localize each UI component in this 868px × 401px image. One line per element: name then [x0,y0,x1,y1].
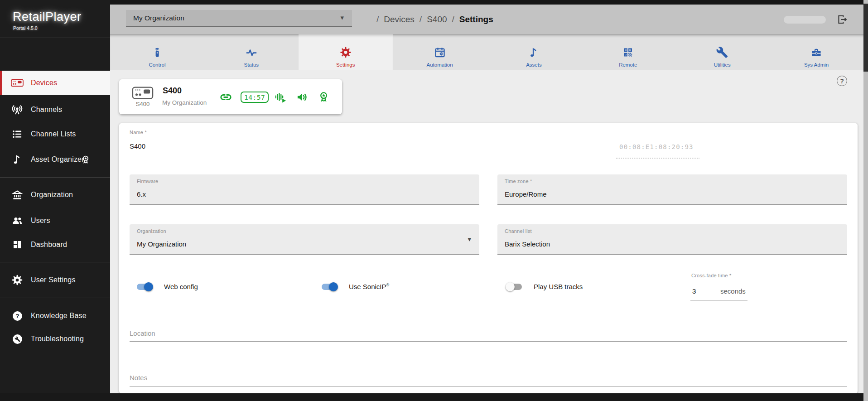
device-settings-form: Name * S400 00:08:E1:08:20:93 Firmware 6… [119,123,858,393]
divider [0,298,110,298]
sidebar-item-label: Asset Organizer [31,155,84,164]
sidebar-item-label: Dashboard [31,241,67,249]
breadcrumb-separator: / [452,14,454,24]
device-player-icon [11,77,24,89]
bank-icon [11,188,24,201]
tab-remote[interactable]: Remote [581,34,675,70]
wrench-circle-icon [11,333,24,345]
tab-label: Control [110,62,204,68]
help-circle-icon: ? [11,309,24,322]
sonicip-toggle-label: Use SonicIP® [349,283,389,290]
automation-calendar-icon [434,46,446,58]
crossfade-input[interactable]: 3 [692,287,696,295]
play-usb-toggle[interactable] [506,282,523,291]
sidebar-item-organization[interactable]: Organization [0,183,110,207]
channel-list-icon [11,128,24,140]
dashboard-icon [11,238,24,251]
gear-icon [11,274,24,286]
web-config-toggle[interactable] [136,282,153,291]
sidebar-item-channel-lists[interactable]: Channel Lists [0,122,110,146]
sidebar-item-label: Organization [31,191,73,199]
certificate-badge-icon [318,91,330,103]
question-mark-icon: ? [840,77,844,85]
audio-playing-icon [275,91,287,103]
firmware-label: Firmware [137,179,158,184]
channel-list-value: Barix Selection [505,240,550,248]
logout-button[interactable] [836,13,849,26]
toolbox-icon [810,46,823,58]
certificate-badge-icon [81,155,91,164]
sidebar-item-troubleshooting[interactable]: Troubleshooting [0,327,110,351]
channel-list-field[interactable]: Channel list Barix Selection [497,224,847,255]
tab-utilities[interactable]: Utilities [675,34,769,70]
name-input[interactable]: S400 [130,142,145,150]
pulse-icon [245,46,257,58]
speaker-icon [296,91,308,103]
scrollbar-thumb[interactable] [863,4,868,72]
music-note-icon [11,153,24,166]
breadcrumb-separator: / [376,14,379,24]
mac-address-field: 00:08:E1:08:20:93 [619,143,694,150]
breadcrumb-item-device[interactable]: S400 [427,14,447,24]
sidebar-item-label: Troubleshooting [31,335,84,343]
organization-selector-value: My Organization [133,14,184,22]
sidebar-item-dashboard[interactable]: Dashboard [0,232,110,257]
sidebar-item-user-settings[interactable]: User Settings [0,268,110,292]
sidebar-item-label: Users [31,217,50,225]
sonicip-label-text: Use SonicIP [349,283,386,290]
divider [0,177,110,178]
help-button[interactable]: ? [837,76,847,86]
name-field-label: Name * [130,130,147,135]
toggle-knob [144,282,153,291]
timezone-value: Europe/Rome [505,190,547,198]
crossfade-underline [690,300,747,300]
device-tab-strip: Control Status Settings Automation Asset… [110,34,863,70]
tab-label: Assets [487,62,581,68]
page-scrollbar[interactable] [863,0,868,401]
tab-automation[interactable]: Automation [393,34,487,70]
timezone-field[interactable]: Time zone * Europe/Rome [497,174,847,205]
portal-version: Portal 4.5.0 [13,25,38,31]
organization-selector[interactable]: My Organization ▾ [126,10,352,27]
bottom-edge [0,393,868,401]
music-note-icon [528,46,540,58]
sidebar-item-asset-organizer[interactable]: Asset Organizer [0,147,110,172]
sidebar-item-users[interactable]: Users [0,208,110,233]
sidebar-item-label: Knowledge Base [31,312,87,320]
user-name-pill [784,16,826,24]
breadcrumb: / Devices / S400 / Settings [371,5,493,34]
location-input[interactable]: Location [130,329,155,337]
timezone-label: Time zone * [505,179,532,184]
breadcrumb-separator: / [420,14,422,24]
chevron-down-icon: ▾ [340,14,344,22]
tab-label: Settings [299,62,393,68]
play-usb-toggle-label: Play USB tracks [534,283,583,290]
tab-label: Automation [393,62,487,68]
web-config-toggle-label: Web config [164,283,198,290]
tab-control[interactable]: Control [110,34,204,70]
sidebar-item-knowledge-base[interactable]: ? Knowledge Base [0,304,110,328]
tab-assets[interactable]: Assets [487,34,581,70]
broadcast-icon [11,103,24,116]
chevron-down-icon: ▾ [468,235,471,243]
divider [0,262,110,262]
tab-sys-admin[interactable]: Sys Admin [769,34,863,70]
sidebar-item-devices[interactable]: Devices [0,71,110,95]
crossfade-label: Cross-fade time * [691,273,731,278]
sonicip-toggle[interactable] [321,282,338,291]
retailplayer-logo: RetailPlayer [13,10,82,24]
svg-text:?: ? [15,313,19,319]
wrench-icon [716,46,728,58]
notes-input[interactable]: Notes [130,374,147,382]
device-summary-card: S400 S400 My Organization 14:57 [119,79,342,114]
breadcrumb-item-settings: Settings [459,14,493,24]
toggle-knob [329,282,338,291]
sidebar-item-channels[interactable]: Channels [0,97,110,122]
top-bar: My Organization ▾ / Devices / S400 / Set… [110,5,863,34]
tab-status[interactable]: Status [204,34,299,70]
organization-label: Organization [137,228,166,234]
tab-settings[interactable]: Settings [299,34,393,70]
breadcrumb-item-devices[interactable]: Devices [384,14,415,24]
organization-select[interactable]: Organization My Organization ▾ [130,224,479,255]
toggle-knob [506,282,515,291]
